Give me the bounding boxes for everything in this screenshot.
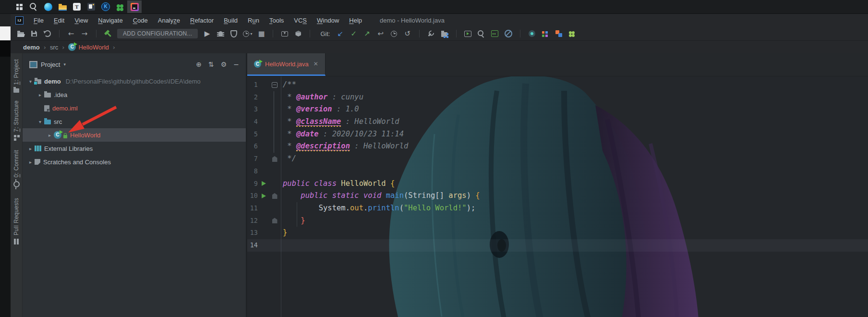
code-line-9[interactable]: 9public class HelloWorld { [247,178,868,190]
breadcrumb-demo[interactable]: demo [23,44,40,51]
git-history-icon[interactable] [390,28,398,39]
code-line-10[interactable]: 10 public static void main(String[] args… [247,190,868,202]
stripe-7-structure[interactable]: 7: Structure [13,100,20,141]
menu-refactor[interactable]: Refactor [190,17,214,24]
grid-plugin-icon[interactable] [541,28,550,39]
settings-gear-button[interactable]: ⚙ [221,61,227,68]
menu-vcs[interactable]: VCS [294,17,307,24]
stripe-1-project[interactable]: 1: Project [13,59,20,93]
menu-file[interactable]: File [34,17,44,24]
tree-item-demo[interactable]: ▾demoD:\PersonalFiles\github\githubCodes… [23,74,246,88]
tree-item-external-libraries[interactable]: ▸External Libraries [23,142,246,155]
chevron-right-icon[interactable]: ▸ [26,146,35,151]
edge-browser-app[interactable] [41,0,55,13]
breadcrumb-src[interactable]: src [50,44,58,51]
code-line-14[interactable]: 14 [247,239,868,252]
fold-end-icon[interactable] [272,156,277,162]
code-line-13[interactable]: 13} [247,227,868,239]
run-anything-icon[interactable] [464,28,472,39]
menu-view[interactable]: View [74,17,88,24]
intellij-idea-app[interactable] [127,0,142,13]
tree-item-helloworld[interactable]: ▸HelloWorld [23,128,246,142]
code-line-7[interactable]: 7 */ [247,153,868,165]
clover-app[interactable] [113,0,127,13]
menu-build[interactable]: Build [224,17,238,24]
stop-icon[interactable]: ■ [257,28,265,39]
code-line-1[interactable]: 1/** [247,79,868,91]
chevron-right-icon[interactable]: ▸ [46,133,54,138]
forward-icon[interactable]: → [80,28,89,39]
fold-collapse-icon[interactable] [272,82,277,88]
code-line-8[interactable]: 8 [247,165,868,178]
collapse-all-button[interactable]: ⇅ [208,61,214,68]
code-line-12[interactable]: 12 } [247,215,868,227]
add-configuration-button[interactable]: ADD CONFIGURATION... [117,29,198,38]
stripe-0-commit[interactable]: 0: Commit [13,150,20,187]
git-undo-icon[interactable]: ↺ [403,28,412,39]
close-icon[interactable]: ✕ [313,61,318,67]
git-rollback-icon[interactable]: ↩ [376,28,385,39]
build-artifact-icon[interactable] [294,28,302,39]
wave-plugin-icon[interactable] [491,28,499,39]
coverage-icon[interactable] [229,28,238,39]
code-line-3[interactable]: 3 * @version : 1.0 [247,103,868,116]
menu-code[interactable]: Code [133,17,148,24]
tree-item-idea[interactable]: ▸.idea [23,88,246,101]
code-line-2[interactable]: 2 * @author : cunyu [247,91,868,104]
attach-process-icon[interactable] [280,28,289,39]
tree-item-demo-iml[interactable]: demo.iml [23,101,246,115]
fold-end-icon[interactable] [272,193,277,199]
run-button[interactable] [262,181,266,186]
menu-window[interactable]: Window [317,17,339,24]
git-push-icon[interactable]: ↗ [363,28,372,39]
menu-analyze[interactable]: Analyze [158,17,180,24]
sync-icon[interactable] [43,28,52,39]
run-icon[interactable]: ▶ [203,28,211,39]
menu-help[interactable]: Help [349,17,362,24]
locate-button[interactable]: ⊕ [196,61,202,68]
chevron-down-icon[interactable]: ▾ [36,119,44,124]
project-structure-icon[interactable] [440,28,449,39]
code-line-11[interactable]: 11 System.out.println("Hello World!"); [247,202,868,215]
tab-helloworld-java[interactable]: HelloWorld.java ✕ [247,53,326,76]
menu-edit[interactable]: Edit [54,17,64,24]
fold-end-icon[interactable] [272,218,277,223]
file-explorer-app[interactable] [55,0,70,13]
stripe-pull-requests[interactable]: Pull Requests [13,198,20,244]
menu-tools[interactable]: Tools [269,17,284,24]
save-all-icon[interactable] [30,28,38,39]
code-area[interactable]: 1/**2 * @author : cunyu3 * @version : 1.… [247,76,868,317]
run-button[interactable] [262,194,266,198]
record-plugin-icon[interactable] [528,28,536,39]
search-everywhere-icon[interactable] [477,28,486,39]
chevron-right-icon[interactable]: ▸ [36,92,44,98]
chevron-down-icon[interactable]: ▾ [63,62,66,67]
debug-icon[interactable] [216,28,225,39]
open-file-icon[interactable] [16,28,25,39]
panel-title[interactable]: Project [41,61,60,68]
breadcrumb-helloworld[interactable]: HelloWorld [68,43,108,51]
settings-wrench-icon[interactable] [427,28,435,39]
git-commit-icon[interactable]: ✓ [350,28,358,39]
profiler-icon[interactable]: ▾ [243,28,252,39]
git-update-icon[interactable]: ↙ [336,28,345,39]
code-line-5[interactable]: 5 * @date : 2020/10/23 11:14 [247,128,868,141]
back-icon[interactable]: ← [67,28,75,39]
tree-item-src[interactable]: ▾src [23,115,246,128]
menu-run[interactable]: Run [248,17,259,24]
build-hammer-icon[interactable] [104,28,112,39]
tree-item-scratches-and-consoles[interactable]: ▸Scratches and Consoles [23,155,246,169]
code-line-4[interactable]: 4 * @className : HelloWorld [247,116,868,128]
kite-app[interactable] [98,0,113,13]
translation-plugin-icon[interactable] [555,28,563,39]
windows-start-app[interactable] [12,0,26,13]
code-line-6[interactable]: 6 * @description : HelloWorld [247,140,868,153]
snipaste-app[interactable] [84,0,98,13]
chevron-right-icon[interactable]: ▸ [26,159,35,165]
menu-navigate[interactable]: Navigate [98,17,122,24]
hide-panel-button[interactable]: − [233,61,239,68]
windows-search-app[interactable] [26,0,41,13]
power-save-icon[interactable] [504,28,513,39]
plugin-clover-icon[interactable] [568,28,577,39]
typora-app[interactable] [70,0,84,13]
